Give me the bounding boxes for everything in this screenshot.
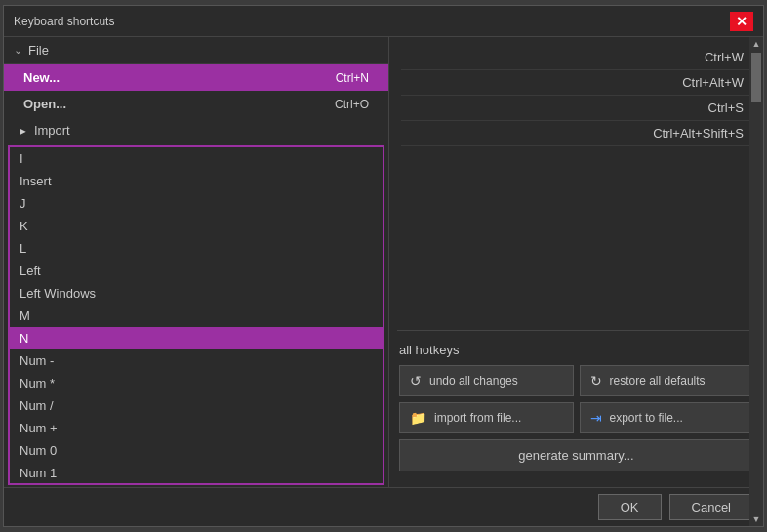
shortcut-entry: Ctrl+W — [401, 45, 751, 70]
cancel-button[interactable]: Cancel — [669, 494, 753, 520]
hotkey-buttons-row-1: ↺ undo all changes ↻ restore all default… — [399, 365, 753, 396]
key-item[interactable]: Insert — [10, 170, 383, 192]
arrow-icon: ► — [18, 125, 28, 137]
restore-label: restore all defaults — [610, 374, 706, 388]
title-bar: Keyboard shortcuts ✕ — [4, 6, 763, 37]
key-item[interactable]: Num 1 — [10, 462, 383, 483]
keys-dropdown: IInsertJKLLeftLeft WindowsMNNum -Num *Nu… — [8, 145, 384, 485]
file-item-import[interactable]: ► Import — [4, 117, 388, 143]
file-item-import-label: Import — [34, 123, 70, 138]
hotkey-buttons-row-2: 📁 import from file... ⇥ export to file..… — [399, 402, 753, 433]
generate-summary-button[interactable]: generate summary... — [399, 439, 753, 471]
folder-icon: 📁 — [410, 410, 426, 426]
import-file-label: import from file... — [434, 411, 521, 425]
right-panel: Ctrl+WCtrl+Alt+WCtrl+SCtrl+Alt+Shift+S a… — [389, 37, 763, 487]
left-panel: ⌄ File New... Ctrl+N Open... Ctrl+O ► Im… — [4, 37, 389, 487]
key-item[interactable]: M — [10, 305, 383, 327]
shortcut-entry: Ctrl+Alt+Shift+S — [401, 121, 751, 146]
key-item[interactable]: N — [10, 327, 383, 349]
undo-icon: ↺ — [410, 373, 422, 389]
export-icon: ⇥ — [590, 410, 602, 426]
undo-label: undo all changes — [429, 374, 518, 388]
key-item[interactable]: I — [10, 147, 383, 170]
key-item[interactable]: Left — [10, 260, 383, 282]
close-button[interactable]: ✕ — [730, 12, 753, 31]
hotkeys-section: all hotkeys ↺ undo all changes ↻ restore… — [389, 335, 763, 487]
shortcuts-area: Ctrl+WCtrl+Alt+WCtrl+SCtrl+Alt+Shift+S — [389, 37, 763, 326]
restore-icon: ↻ — [590, 373, 602, 389]
file-section-label: File — [28, 43, 49, 58]
restore-all-defaults-button[interactable]: ↻ restore all defaults — [580, 365, 754, 396]
key-item[interactable]: Num 0 — [10, 439, 383, 462]
key-item[interactable]: L — [10, 237, 383, 260]
keyboard-shortcuts-dialog: Keyboard shortcuts ✕ ⌄ File New... Ctrl+… — [3, 5, 764, 527]
dialog-scrollbar[interactable]: ▲ ▼ — [749, 37, 763, 487]
import-from-file-button[interactable]: 📁 import from file... — [399, 402, 574, 433]
key-item[interactable]: Num - — [10, 349, 383, 372]
file-item-new-shortcut: Ctrl+N — [336, 71, 369, 85]
file-item-new[interactable]: New... Ctrl+N — [4, 64, 388, 91]
scroll-thumb[interactable] — [751, 53, 761, 102]
export-file-label: export to file... — [610, 411, 683, 425]
key-item[interactable]: J — [10, 192, 383, 215]
all-hotkeys-label: all hotkeys — [399, 343, 753, 357]
file-item-new-label: New... — [23, 70, 60, 85]
dialog-title: Keyboard shortcuts — [14, 15, 114, 28]
key-item[interactable]: Left Windows — [10, 282, 383, 305]
key-item[interactable]: Num + — [10, 417, 383, 439]
undo-all-changes-button[interactable]: ↺ undo all changes — [399, 365, 574, 396]
shortcut-entry: Ctrl+Alt+W — [401, 70, 751, 96]
file-item-open-label: Open... — [23, 97, 66, 111]
dialog-footer: OK Cancel — [4, 487, 763, 526]
file-section-header[interactable]: ⌄ File — [4, 37, 388, 64]
dialog-body: ⌄ File New... Ctrl+N Open... Ctrl+O ► Im… — [4, 37, 763, 487]
ok-button[interactable]: OK — [598, 494, 662, 520]
scroll-up-arrow[interactable]: ▲ — [749, 37, 763, 51]
keys-list[interactable]: IInsertJKLLeftLeft WindowsMNNum -Num *Nu… — [10, 147, 383, 483]
separator — [397, 330, 755, 331]
file-item-open-shortcut: Ctrl+O — [335, 98, 369, 111]
key-item[interactable]: K — [10, 215, 383, 237]
key-item[interactable]: Num * — [10, 372, 383, 394]
shortcut-entry: Ctrl+S — [401, 96, 751, 121]
key-item[interactable]: Num / — [10, 394, 383, 417]
chevron-down-icon: ⌄ — [14, 44, 22, 57]
file-item-open[interactable]: Open... Ctrl+O — [4, 91, 388, 117]
export-to-file-button[interactable]: ⇥ export to file... — [580, 402, 754, 433]
